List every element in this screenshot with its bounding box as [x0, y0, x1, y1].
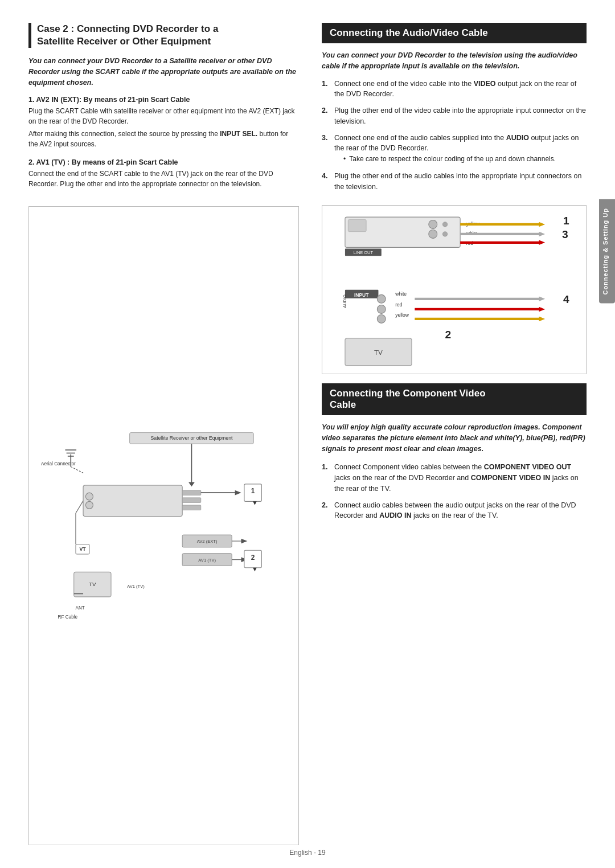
right-step-3: 3. Connect one end of the audio cables s… — [322, 133, 587, 166]
left-diagram-svg: Satellite Receiver or other Equipment Ae… — [34, 211, 294, 840]
svg-marker-76 — [539, 316, 546, 321]
case2-header: Case 2 : Connecting DVD Recorder to a Sa… — [28, 23, 299, 48]
svg-rect-2 — [83, 485, 182, 516]
component-section-header: Connecting the Component Video Cable — [322, 383, 587, 415]
svg-text:AV1 (TV): AV1 (TV) — [127, 584, 145, 589]
svg-marker-74 — [539, 306, 546, 312]
svg-line-9 — [71, 467, 83, 473]
svg-text:VT: VT — [79, 547, 86, 552]
right-diagram: yellow white red 1 3 LINE OUT — [322, 205, 587, 375]
svg-marker-32 — [253, 568, 257, 572]
page-number: English - 19 — [289, 849, 325, 857]
step-content-2: Plug the other end of the video cable in… — [334, 105, 587, 127]
svg-point-65 — [377, 314, 386, 323]
svg-point-47 — [442, 231, 448, 236]
svg-point-64 — [377, 305, 386, 313]
svg-rect-5 — [182, 505, 201, 510]
svg-marker-56 — [539, 231, 546, 236]
svg-text:TV: TV — [374, 348, 383, 355]
svg-text:TV: TV — [89, 582, 96, 588]
svg-text:3: 3 — [562, 228, 568, 240]
comp-step-content-2: Connect audio cables between the audio o… — [334, 500, 587, 522]
svg-rect-4 — [182, 498, 201, 503]
svg-marker-25 — [253, 502, 257, 506]
right-step-4: 4. Plug the other end of the audio cable… — [322, 171, 587, 193]
svg-text:ANT: ANT — [75, 605, 84, 611]
svg-point-7 — [85, 502, 93, 509]
right-step-1: 1. Connect one end of the video cable in… — [322, 79, 587, 100]
component-step-2: 2. Connect audio cables between the audi… — [322, 500, 587, 522]
svg-text:white: white — [395, 291, 407, 297]
section-av1-title: 2. AV1 (TV) : By means of 21-pin Scart C… — [28, 158, 299, 166]
svg-text:INPUT: INPUT — [354, 292, 369, 297]
comp-step-num-1: 1. — [322, 462, 331, 494]
section-av1-p1: Connect the end of the SCART cable to th… — [28, 169, 299, 189]
left-intro: You can connect your DVD Recorder to a S… — [28, 56, 299, 88]
right-steps-list: 1. Connect one end of the video cable in… — [322, 79, 587, 198]
component-title: Connecting the Component Video Cable — [330, 388, 579, 411]
svg-text:yellow: yellow — [395, 312, 409, 317]
svg-text:Satellite Receiver or other Eq: Satellite Receiver or other Equipment — [151, 435, 233, 441]
svg-rect-43 — [348, 219, 366, 231]
comp-step-num-2: 2. — [322, 500, 331, 522]
svg-text:2: 2 — [251, 554, 255, 562]
section-av1: 2. AV1 (TV) : By means of 21-pin Scart C… — [28, 158, 299, 191]
page-footer: English - 19 — [0, 849, 615, 857]
component-step-1: 1. Connect Component video cables betwee… — [322, 462, 587, 494]
case2-title: Case 2 : Connecting DVD Recorder to a Sa… — [37, 23, 299, 48]
step-num-3: 3. — [322, 133, 331, 166]
step-num-1: 1. — [322, 79, 331, 100]
step-content-1: Connect one end of the video cable into … — [334, 79, 587, 100]
svg-text:red: red — [395, 301, 403, 307]
svg-marker-20 — [188, 482, 195, 487]
svg-marker-22 — [235, 490, 241, 496]
svg-point-44 — [429, 220, 437, 228]
svg-text:AV1 (TV): AV1 (TV) — [198, 558, 216, 563]
svg-marker-72 — [539, 296, 546, 301]
step-3-bullets: Take care to respect the colour coding o… — [334, 154, 587, 164]
svg-point-46 — [442, 222, 448, 227]
svg-marker-54 — [539, 222, 546, 227]
svg-text:4: 4 — [563, 293, 569, 305]
audio-video-section-header: Connecting the Audio/Video Cable — [322, 23, 587, 43]
svg-point-6 — [85, 493, 93, 501]
svg-line-33 — [76, 501, 83, 514]
svg-text:RF Cable: RF Cable — [58, 615, 78, 620]
step-content-4: Plug the other end of the audio cables i… — [334, 171, 587, 193]
svg-text:1: 1 — [251, 488, 255, 496]
svg-text:LINE OUT: LINE OUT — [354, 250, 374, 255]
step-num-4: 4. — [322, 171, 331, 193]
right-diagram-svg: yellow white red 1 3 LINE OUT — [327, 210, 581, 370]
svg-text:1: 1 — [563, 214, 569, 226]
comp-step-content-1: Connect Component video cables between t… — [334, 462, 587, 494]
step-num-2: 2. — [322, 105, 331, 127]
section-av2-title: 1. AV2 IN (EXT): By means of 21-pin Scar… — [28, 96, 299, 104]
left-diagram: Satellite Receiver or other Equipment Ae… — [28, 206, 299, 845]
audio-video-title: Connecting the Audio/Video Cable — [330, 27, 579, 39]
right-intro: You can connect your DVD Recorder to the… — [322, 50, 587, 72]
svg-text:AV2 (EXT): AV2 (EXT) — [197, 539, 218, 544]
svg-rect-3 — [182, 490, 201, 496]
component-steps-list: 1. Connect Component video cables betwee… — [322, 462, 587, 527]
sidebar-tab: Connecting & Setting Up — [599, 199, 615, 304]
svg-text:AUDIO: AUDIO — [342, 294, 347, 308]
svg-marker-58 — [539, 240, 546, 245]
right-step-2: 2. Plug the other end of the video cable… — [322, 105, 587, 127]
bullet-colour-coding: Take care to respect the colour coding o… — [343, 154, 587, 164]
section-av2-p1: Plug the SCART Cable with satellite rece… — [28, 106, 299, 126]
svg-point-45 — [429, 230, 437, 238]
component-intro: You will enjoy high quality accurate col… — [322, 422, 587, 454]
section-av2: 1. AV2 IN (EXT): By means of 21-pin Scar… — [28, 96, 299, 152]
section-av2-p2: After making this connection, select the… — [28, 129, 299, 149]
svg-text:2: 2 — [445, 328, 452, 340]
svg-point-63 — [377, 294, 386, 303]
step-content-3: Connect one end of the audio cables supp… — [334, 133, 587, 166]
svg-marker-27 — [241, 539, 248, 544]
